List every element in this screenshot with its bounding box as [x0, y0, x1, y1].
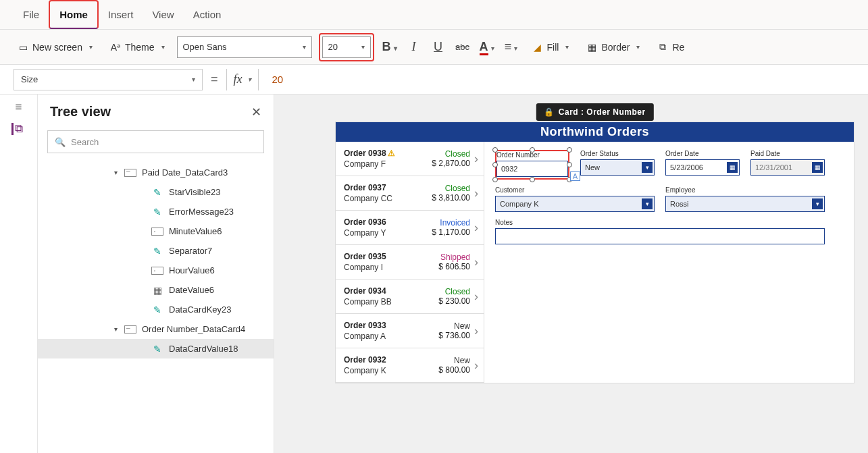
menu-insert[interactable]: Insert: [99, 0, 143, 29]
border-button[interactable]: ▦ Border ▾: [581, 39, 645, 55]
font-color-button[interactable]: A▾: [478, 40, 496, 54]
chevron-right-icon: ›: [474, 324, 478, 338]
italic-button[interactable]: I: [405, 40, 423, 54]
menu-action[interactable]: Action: [184, 0, 231, 29]
tree-node[interactable]: ✎DataCardValue18: [38, 339, 274, 358]
field-paid-date: Paid Date 12/31/2001▦: [750, 150, 825, 180]
order-company: Company BB: [344, 297, 392, 307]
strike-button[interactable]: abc: [454, 42, 471, 52]
label-icon: ✎: [151, 188, 163, 197]
tree-view-panel: Tree view ✕ 🔍 Search ▾Paid Date_DataCard…: [38, 95, 274, 453]
tree-node[interactable]: HourValue6: [38, 261, 274, 280]
tree-body: ▾Paid Date_DataCard3✎StarVisible23✎Error…: [38, 157, 274, 364]
order-list-item[interactable]: Order 0932Company KNew$ 800.00›: [336, 348, 484, 383]
order-company: Company F: [344, 159, 395, 169]
menu-home[interactable]: Home: [49, 0, 99, 29]
field-order-status: Order Status New▾: [580, 150, 655, 180]
underline-button[interactable]: U: [430, 40, 447, 54]
chevron-right-icon: ›: [474, 186, 478, 201]
menu-view[interactable]: View: [143, 0, 183, 29]
tree-node[interactable]: ✎ErrorMessage23: [38, 202, 274, 221]
new-screen-button[interactable]: ▭ New screen ▾: [12, 39, 98, 55]
order-amount: $ 800.00: [438, 365, 470, 375]
fx-button[interactable]: fx ▾: [226, 69, 259, 90]
tree-node[interactable]: ▦DateValue6: [38, 280, 274, 300]
order-list-item[interactable]: Order 0934Company BBClosed$ 230.00›: [336, 279, 484, 314]
order-list-item[interactable]: Order 0938⚠Company FClosed$ 2,870.00›: [336, 142, 484, 176]
chevron-down-icon: ▾: [642, 198, 653, 209]
reorder-label: Re: [672, 42, 684, 53]
formula-input[interactable]: 20: [267, 74, 284, 85]
tree-node-label: StarVisible23: [169, 187, 220, 197]
order-list-item[interactable]: Order 0936Company YInvoiced$ 1,170.00›: [336, 211, 484, 245]
paint-bucket-icon: ◢: [532, 42, 543, 53]
caret-icon: ▾: [112, 325, 119, 333]
ribbon-toolbar: ▭ New screen ▾ Aᵃ Theme ▾ Open Sans ▾ 20…: [0, 30, 868, 65]
notes-label: Notes: [495, 219, 825, 226]
chevron-down-icon: ▾: [89, 43, 93, 51]
paid-date-input[interactable]: 12/31/2001▦: [750, 159, 825, 176]
menu-file[interactable]: File: [14, 0, 49, 29]
field-order-number[interactable]: Order Number 0932 A: [495, 150, 569, 180]
tooltip-text: Card : Order Number: [559, 107, 646, 117]
theme-button[interactable]: Aᵃ Theme ▾: [105, 39, 170, 55]
calendar-icon: ▦: [812, 162, 823, 173]
lock-icon: 🔒: [544, 107, 555, 117]
tree-node[interactable]: ✎Separator7: [38, 241, 274, 261]
screen-icon: ▭: [18, 42, 28, 53]
order-id: Order 0938⚠: [344, 149, 395, 158]
order-company: Company Y: [344, 228, 386, 238]
tree-node-label: Paid Date_DataCard3: [142, 167, 228, 178]
search-icon: 🔍: [55, 137, 66, 147]
tree-search-input[interactable]: 🔍 Search: [47, 130, 264, 153]
fill-button[interactable]: ◢ Fill ▾: [527, 39, 575, 55]
order-list-item[interactable]: Order 0937Company CCClosed$ 3,810.00›: [336, 176, 484, 211]
chevron-right-icon: ›: [474, 358, 478, 373]
order-id: Order 0936: [344, 217, 386, 227]
tree-node[interactable]: ▾Paid Date_DataCard3: [38, 163, 274, 182]
calendar-icon: ▦: [727, 162, 738, 173]
order-form: Order Number 0932 A Order Status New▾: [484, 142, 854, 383]
tree-node-label: HourValue6: [169, 265, 215, 275]
rail-tree-view-icon[interactable]: ⧉: [11, 123, 26, 135]
reorder-button[interactable]: ⧉ Re: [652, 39, 690, 55]
property-value: Size: [21, 74, 38, 84]
field-order-date: Order Date 5/23/2006▦: [665, 150, 740, 180]
order-status-select[interactable]: New▾: [580, 159, 655, 176]
tree-node[interactable]: ✎DataCardKey23: [38, 300, 274, 319]
order-list-item[interactable]: Order 0933Company ANew$ 736.00›: [336, 314, 484, 348]
tree-node[interactable]: ▾Order Number_DataCard4: [38, 319, 274, 339]
notes-input[interactable]: [495, 228, 825, 244]
property-select[interactable]: Size ▾: [14, 69, 203, 90]
tree-node[interactable]: MinuteValue6: [38, 221, 274, 241]
order-number-label: Order Number: [496, 151, 568, 159]
app-title: Northwind Orders: [540, 125, 649, 138]
canvas[interactable]: 🔒 Card : Order Number Northwind Orders O…: [274, 95, 868, 453]
theme-label: Theme: [125, 42, 155, 53]
order-list[interactable]: Order 0938⚠Company FClosed$ 2,870.00›Ord…: [336, 142, 484, 383]
chevron-down-icon: ▾: [192, 76, 195, 83]
tree-node-label: MinuteValue6: [169, 226, 222, 236]
chevron-down-icon: ▾: [565, 43, 569, 51]
field-employee: Employee Rossi▾: [665, 186, 825, 212]
align-button[interactable]: ≡▾: [503, 40, 520, 54]
employee-select[interactable]: Rossi▾: [665, 196, 825, 212]
font-family-select[interactable]: Open Sans ▾: [177, 36, 312, 58]
rail-hamburger-icon[interactable]: ≡: [11, 101, 26, 113]
order-list-item[interactable]: Order 0935Company IShipped$ 606.50›: [336, 245, 484, 279]
bold-button[interactable]: B▾: [381, 40, 399, 54]
order-company: Company A: [344, 331, 386, 341]
order-number-input[interactable]: 0932: [496, 161, 568, 177]
customer-select[interactable]: Company K▾: [495, 196, 655, 212]
order-company: Company I: [344, 263, 386, 272]
employee-label: Employee: [665, 186, 825, 194]
order-date-input[interactable]: 5/23/2006▦: [665, 159, 740, 176]
chevron-down-icon: ▾: [642, 162, 653, 173]
tree-node-label: Order Number_DataCard4: [142, 324, 245, 334]
font-size-value: 20: [328, 42, 338, 52]
close-icon[interactable]: ✕: [251, 105, 261, 119]
font-size-select[interactable]: 20 ▾: [322, 36, 371, 58]
tree-node[interactable]: ✎StarVisible23: [38, 182, 274, 202]
caret-icon: ▾: [112, 169, 119, 176]
order-id: Order 0933: [344, 321, 386, 330]
